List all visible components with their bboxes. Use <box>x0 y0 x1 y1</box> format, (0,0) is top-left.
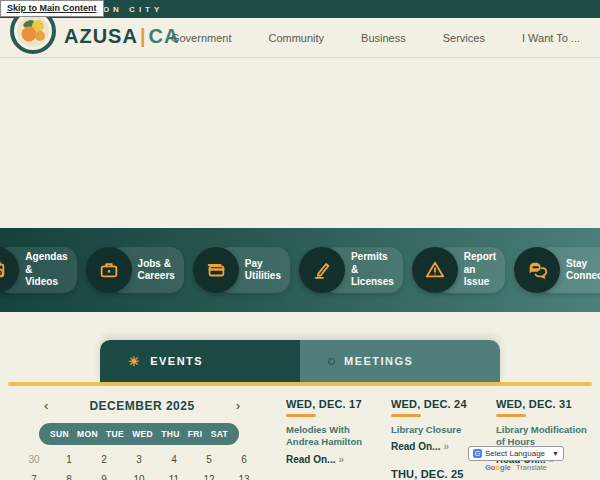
calendar-day[interactable]: 7 <box>22 474 46 480</box>
agenda-video-icon <box>0 259 7 281</box>
language-select[interactable]: G Select Language ▼ <box>468 446 564 461</box>
tab-events[interactable]: ☀ EVENTS <box>100 340 300 382</box>
dow-wed: WED <box>132 429 153 439</box>
google-logo-text: Google <box>485 463 511 472</box>
dow-sun: SUN <box>50 429 69 439</box>
double-chevron-icon: » <box>443 441 449 452</box>
site-header: AZUSA|CA Government Community Business S… <box>0 18 600 58</box>
quick-action-jobs-careers[interactable]: Jobs & Careers <box>86 247 184 293</box>
event-date-underline <box>286 414 316 417</box>
nav-item-community[interactable]: Community <box>268 32 324 44</box>
quick-action-permits-licenses[interactable]: Permits & Licenses <box>299 247 403 293</box>
quick-action-label: Report an Issue <box>464 251 496 289</box>
sun-icon: ☀ <box>128 354 141 369</box>
dow-tue: TUE <box>106 429 124 439</box>
circle-icon <box>328 358 335 365</box>
quick-action-label: Stay Connected <box>566 258 600 283</box>
dow-sat: SAT <box>211 429 228 439</box>
calendar-day-headers: SUN MON TUE WED THU FRI SAT <box>39 423 239 445</box>
tab-events-label: EVENTS <box>150 355 203 367</box>
dow-fri: FRI <box>188 429 203 439</box>
quick-action-pay-utilities[interactable]: Pay Utilities <box>193 247 290 293</box>
tab-meetings-label: MEETINGS <box>344 355 413 367</box>
calendar-day[interactable]: 10 <box>127 474 151 480</box>
pencil-icon <box>311 259 333 281</box>
event-date: WED, DEC. 24 <box>391 398 486 410</box>
calendar-day[interactable]: 4 <box>162 454 186 465</box>
calendar-day[interactable]: 5 <box>197 454 221 465</box>
quick-actions-band: Agendas & Videos Jobs & Careers Pay Util… <box>0 228 600 312</box>
tab-meetings[interactable]: MEETINGS <box>300 340 500 382</box>
translate-label: Translate <box>516 463 547 472</box>
event-date-underline <box>496 414 526 417</box>
chat-icon <box>526 259 548 281</box>
calendar-day[interactable]: 6 <box>232 454 256 465</box>
calendar-day[interactable]: 9 <box>92 474 116 480</box>
quick-action-agendas-videos[interactable]: Agendas & Videos <box>0 247 77 293</box>
event-date: WED, DEC. 31 <box>496 398 591 410</box>
calendar-day[interactable]: 8 <box>57 474 81 480</box>
calendar-month-title: DECEMBER 2025 <box>89 399 194 413</box>
briefcase-icon <box>98 259 120 281</box>
event-date: WED, DEC. 17 <box>286 398 381 410</box>
main-navigation: Government Community Business Services I… <box>171 18 580 58</box>
hero-banner <box>0 58 600 228</box>
nav-item-government[interactable]: Government <box>171 32 232 44</box>
event-title: Melodies With Andrea Hamilton <box>286 424 381 450</box>
google-translate-credit: Google Translate <box>468 463 564 472</box>
calendar-day[interactable]: 13 <box>232 474 256 480</box>
calendar-week-row: 30 1 2 3 4 5 6 <box>8 454 270 465</box>
quick-action-label: Jobs & Careers <box>138 258 175 283</box>
credit-card-icon <box>205 259 227 281</box>
event-read-on-link[interactable]: Read On...» <box>286 454 381 465</box>
calendar-widget: ‹ DECEMBER 2025 › SUN MON TUE WED THU FR… <box>8 398 270 480</box>
google-translate-icon: G <box>473 449 482 458</box>
google-translate-widget: G Select Language ▼ Google Translate <box>468 446 564 472</box>
warning-icon <box>424 259 446 281</box>
dow-thu: THU <box>161 429 179 439</box>
chevron-down-icon: ▼ <box>552 450 559 457</box>
quick-action-label: Pay Utilities <box>245 258 281 283</box>
quick-action-stay-connected[interactable]: Stay Connected <box>514 247 600 293</box>
calendar-week-row: 7 8 9 10 11 12 13 <box>8 474 270 480</box>
dow-mon: MON <box>77 429 98 439</box>
calendar-day[interactable]: 11 <box>162 474 186 480</box>
calendar-day[interactable]: 2 <box>92 454 116 465</box>
language-select-label: Select Language <box>485 449 549 458</box>
event-title: Library Closure <box>391 424 486 437</box>
nav-item-i-want-to[interactable]: I Want To ... <box>522 32 580 44</box>
calendar-prev-button[interactable]: ‹ <box>44 398 48 413</box>
event-item[interactable]: WED, DEC. 24 Library Closure Read On...» <box>391 398 486 452</box>
nav-item-services[interactable]: Services <box>443 32 485 44</box>
quick-action-label: Agendas & Videos <box>25 251 67 289</box>
calendar-day[interactable]: 30 <box>22 454 46 465</box>
events-meetings-tabs: ☀ EVENTS MEETINGS <box>100 340 500 382</box>
quick-action-label: Permits & Licenses <box>351 251 394 289</box>
events-column: WED, DEC. 17 Melodies With Andrea Hamilt… <box>286 398 381 480</box>
calendar-day[interactable]: 12 <box>197 474 221 480</box>
event-item[interactable]: WED, DEC. 17 Melodies With Andrea Hamilt… <box>286 398 381 465</box>
quick-action-report-issue[interactable]: Report an Issue <box>412 247 505 293</box>
skip-to-main-content-link[interactable]: Skip to Main Content <box>0 0 104 17</box>
double-chevron-icon: » <box>338 454 344 465</box>
calendar-day[interactable]: 1 <box>57 454 81 465</box>
brand-divider: | <box>140 25 147 47</box>
calendar-day[interactable]: 3 <box>127 454 151 465</box>
calendar-next-button[interactable]: › <box>236 398 240 413</box>
nav-item-business[interactable]: Business <box>361 32 406 44</box>
brand-city-name: AZUSA <box>64 25 138 47</box>
event-date-underline <box>391 414 421 417</box>
brand-wordmark[interactable]: AZUSA|CA <box>64 25 179 48</box>
accent-divider <box>8 382 592 386</box>
